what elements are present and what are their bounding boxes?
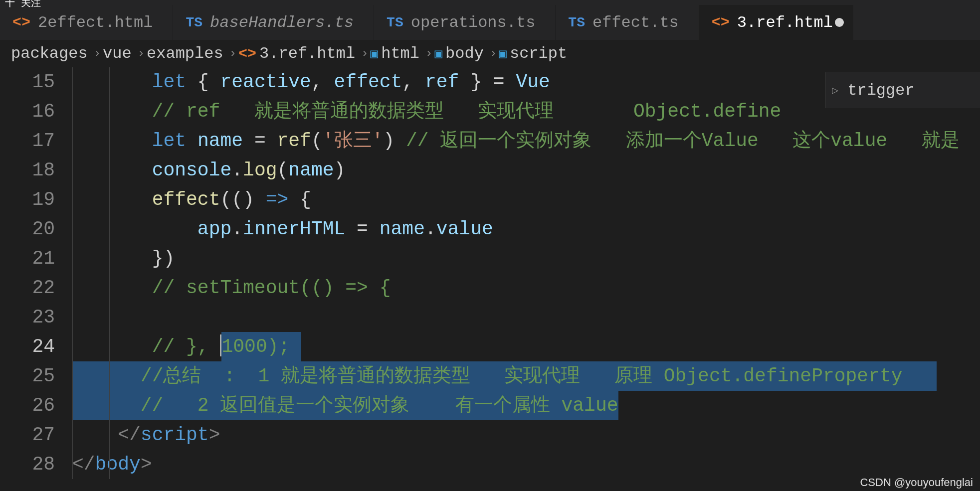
tab-basehandlers[interactable]: TS baseHandlers.ts	[173, 5, 374, 40]
outline-panel[interactable]: ▷ trigger	[825, 72, 980, 108]
chevron-right-icon: ›	[490, 47, 497, 60]
line-number: 24	[0, 332, 55, 361]
symbol-icon: ▣	[371, 46, 379, 62]
chevron-right-icon: ›	[425, 47, 432, 60]
line-number: 15	[0, 67, 55, 97]
code-content[interactable]: let { reactive, effect, ref } = Vue // r…	[72, 67, 980, 479]
tab-operations[interactable]: TS operations.ts	[374, 5, 556, 40]
html-file-icon: <>	[12, 14, 30, 31]
tab-label: 3.ref.html	[737, 13, 833, 32]
code-line[interactable]: console.log(name)	[72, 156, 980, 185]
html-file-icon: <>	[712, 14, 730, 31]
code-line[interactable]: app.innerHTML = name.value	[72, 214, 980, 244]
code-line[interactable]: let name = ref('张三') // 返回一个实例对象 添加一个Val…	[72, 126, 980, 156]
line-number: 23	[0, 303, 55, 332]
line-number: 27	[0, 420, 55, 450]
watermark: CSDN @youyoufenglai	[860, 476, 973, 489]
indent-guide	[72, 67, 73, 479]
line-number: 28	[0, 450, 55, 479]
line-number: 17	[0, 126, 55, 156]
line-number: 18	[0, 156, 55, 185]
crumb-packages[interactable]: packages	[11, 44, 88, 63]
crumb-file[interactable]: 3.ref.html	[259, 44, 355, 63]
chevron-right-icon: ▷	[832, 84, 838, 97]
line-number: 19	[0, 185, 55, 214]
follow-widget[interactable]: 十 关注	[0, 0, 46, 9]
crumb-examples[interactable]: examples	[147, 44, 223, 63]
tab-effect[interactable]: TS effect.ts	[556, 5, 699, 40]
code-line[interactable]: //总结 : 1 就是将普通的数据类型 实现代理 原理 Object.defin…	[72, 361, 980, 391]
code-line[interactable]: </body>	[72, 450, 980, 479]
indent-guide	[109, 67, 110, 479]
ts-file-icon: TS	[568, 15, 585, 30]
tab-2effect[interactable]: <> 2effect.html	[0, 5, 173, 40]
code-line[interactable]: // 2 返回值是一个实例对象 有一个属性 value	[72, 391, 980, 420]
ts-file-icon: TS	[186, 15, 202, 30]
code-editor[interactable]: 15 16 17 18 19 20 21 22 23 24 25 26 27 2…	[0, 67, 980, 479]
tab-3ref[interactable]: <> 3.ref.html	[699, 5, 853, 40]
tab-label: effect.ts	[592, 13, 679, 32]
outline-item-label[interactable]: trigger	[847, 81, 914, 100]
code-line[interactable]: })	[72, 244, 980, 273]
html-file-icon: <>	[238, 45, 256, 62]
line-number: 26	[0, 391, 55, 420]
ts-file-icon: TS	[387, 15, 403, 30]
line-number: 25	[0, 361, 55, 391]
code-line[interactable]: // }, 1000);	[72, 332, 980, 361]
modified-indicator-icon	[835, 18, 844, 27]
chevron-right-icon: ›	[361, 47, 368, 60]
crumb-html[interactable]: html	[381, 44, 419, 63]
chevron-right-icon: ›	[229, 47, 236, 60]
code-line[interactable]: // setTimeout(() => {	[72, 273, 980, 303]
chevron-right-icon: ›	[94, 47, 101, 60]
crumb-body[interactable]: body	[445, 44, 484, 63]
line-number: 20	[0, 214, 55, 244]
symbol-icon: ▣	[434, 46, 442, 62]
tab-label: baseHandlers.ts	[210, 13, 354, 32]
tab-bar: <> 2effect.html TS baseHandlers.ts TS op…	[0, 0, 980, 40]
chevron-right-icon: ›	[138, 47, 145, 60]
crumb-script[interactable]: script	[510, 44, 567, 63]
tab-label: 2effect.html	[38, 13, 153, 32]
code-line[interactable]: </script>	[72, 420, 980, 450]
line-number: 22	[0, 273, 55, 303]
code-line[interactable]: effect(() => {	[72, 185, 980, 214]
crumb-vue[interactable]: vue	[103, 44, 132, 63]
tab-label: operations.ts	[411, 13, 536, 32]
line-number: 21	[0, 244, 55, 273]
line-number-gutter: 15 16 17 18 19 20 21 22 23 24 25 26 27 2…	[0, 67, 72, 479]
code-line[interactable]	[72, 303, 980, 332]
line-number: 16	[0, 97, 55, 126]
breadcrumb[interactable]: packages› vue› examples› <>3.ref.html› ▣…	[0, 40, 980, 67]
symbol-icon: ▣	[499, 46, 507, 62]
